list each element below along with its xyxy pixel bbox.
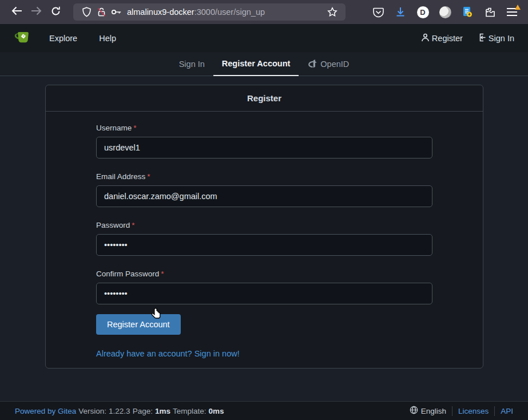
puzzle-icon[interactable] [483,5,497,19]
email-input[interactable] [96,185,432,207]
footer-links: English Licenses API [410,406,513,416]
globe-icon [410,406,418,416]
url-path: :3000/user/sign_up [194,7,265,17]
signin-icon [478,33,486,43]
duckduckgo-icon[interactable]: D [416,5,430,19]
template-time: 0ms [208,407,224,415]
browser-toolbar: almalinux9-docker:3000/user/sign_up D [0,0,528,24]
email-label: Email Address* [96,172,432,181]
alert-badge [515,5,521,10]
forward-button[interactable] [26,3,46,21]
signin-now-link[interactable]: Already have an account? Sign in now! [96,349,240,358]
download-icon[interactable] [394,5,407,19]
confirm-password-label: Confirm Password* [96,270,432,278]
password-input[interactable] [96,234,432,256]
reload-button[interactable] [46,3,65,21]
register-form: Username* Email Address* Password* Confi… [46,112,483,368]
save-doc-icon[interactable] [460,5,474,19]
back-arrow-icon [11,6,22,18]
reload-icon [51,6,61,18]
tab-sign-in[interactable]: Sign In [170,52,213,76]
nav-signin[interactable]: Sign In [478,33,514,43]
privacy-orb-icon[interactable] [438,5,452,19]
page-time: 1ms [155,407,170,415]
menu-icon[interactable] [505,5,519,19]
openid-icon [307,59,317,70]
email-field-group: Email Address* [96,172,432,207]
username-label: Username* [96,124,432,132]
extension-toolbar: D [371,5,521,19]
bookmark-star-icon[interactable] [325,5,340,19]
required-mark: * [147,172,150,181]
username-input[interactable] [96,137,432,159]
shield-icon[interactable] [79,5,94,19]
footer-meta: Powered by Gitea Version: 1.22.3 Page: 1… [15,407,224,415]
password-field-group: Password* [96,221,432,256]
page-content: Register Username* Email Address* Passwo… [0,76,528,401]
nav-register[interactable]: Register [421,33,463,43]
address-bar[interactable]: almalinux9-docker:3000/user/sign_up [73,3,346,21]
url-host: almalinux9-docker [127,7,194,17]
licenses-link[interactable]: Licenses [458,407,489,415]
tab-openid[interactable]: OpenID [299,52,358,76]
required-mark: * [132,221,134,229]
api-link[interactable]: API [501,407,513,415]
divider [452,406,452,416]
tab-register-account[interactable]: Register Account [213,52,299,76]
register-account-button[interactable]: Register Account [96,314,181,335]
required-mark: * [133,124,136,132]
divider [494,406,495,416]
confirm-password-input[interactable] [96,283,432,304]
insecure-lock-icon[interactable] [94,5,109,19]
nav-help[interactable]: Help [88,34,127,43]
confirm-password-field-group: Confirm Password* [96,270,432,304]
panel-title: Register [46,85,483,112]
person-icon [421,33,430,43]
url-text: almalinux9-docker:3000/user/sign_up [127,7,325,17]
powered-by-gitea-link[interactable]: Powered by Gitea [15,407,76,415]
required-mark: * [161,270,164,278]
back-button[interactable] [7,3,26,21]
site-navbar: Explore Help Register Sign In [0,24,528,52]
username-field-group: Username* [96,124,432,159]
auth-tabs: Sign In Register Account OpenID [0,52,528,76]
pocket-icon[interactable] [371,5,385,19]
forward-arrow-icon [31,6,42,18]
register-panel: Register Username* Email Address* Passwo… [45,85,483,369]
language-selector[interactable]: English [410,406,446,416]
page-footer: Powered by Gitea Version: 1.22.3 Page: 1… [0,401,528,420]
gitea-logo[interactable] [14,30,30,46]
nav-explore[interactable]: Explore [38,34,88,43]
password-label: Password* [96,221,432,229]
key-icon[interactable] [109,5,124,19]
